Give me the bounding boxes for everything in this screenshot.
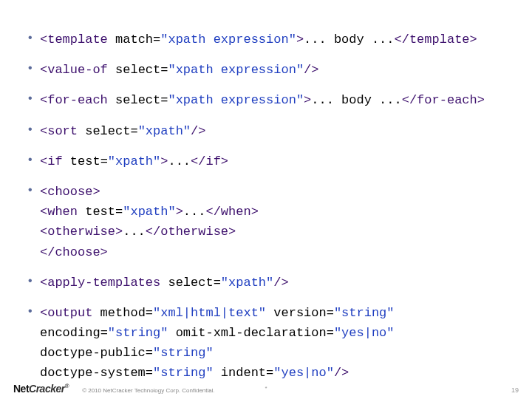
code-segment-eq: =	[327, 326, 334, 340]
code-segment-tag: </template>	[395, 33, 477, 47]
code-segment-body: ...	[183, 205, 206, 219]
code-line: <when test="xpath">...</when>	[40, 202, 510, 222]
code-segment-tag: </when>	[205, 205, 258, 219]
code-line: encoding="string" omit-xml-declaration="…	[40, 323, 510, 343]
code-segment-eq: =	[100, 326, 108, 340]
code-line: <choose>	[40, 185, 100, 199]
code-line: <value-of select="xpath expression"/>	[40, 63, 319, 77]
code-segment-tag: >	[160, 154, 168, 168]
code-segment-attr: encoding	[40, 326, 100, 340]
code-segment-val: "string"	[108, 326, 168, 340]
code-segment-eq: =	[115, 205, 123, 219]
code-segment-eq: =	[100, 154, 108, 168]
page-number: 19	[511, 386, 519, 394]
code-segment-attr: test	[63, 154, 100, 168]
code-segment-tag: </for-each>	[402, 93, 485, 107]
code-line: <for-each select="xpath expression">... …	[40, 93, 485, 107]
bullet-item: <choose><when test="xpath">...</when><ot…	[22, 182, 510, 262]
code-segment-attr: version	[266, 306, 327, 320]
code-segment-val: "string"	[334, 306, 395, 320]
code-segment-eq: =	[153, 33, 160, 47]
logo: NetCracker®	[13, 383, 69, 395]
code-segment-body: ... body ...	[304, 33, 394, 47]
bullet-item: <for-each select="xpath expression">... …	[22, 90, 510, 110]
code-segment-attr: omit-xml-declaration	[168, 326, 326, 340]
code-segment-tag: </choose>	[40, 245, 108, 259]
code-segment-tag: <apply-templates	[40, 276, 160, 290]
code-segment-eq: =	[160, 93, 168, 107]
code-segment-val: "xpath expression"	[168, 63, 304, 77]
code-segment-val: "xml|html|text"	[153, 306, 266, 320]
code-line: doctype-public="string"	[40, 343, 510, 363]
code-segment-tag: <when	[40, 205, 78, 219]
code-segment-tag: >	[304, 93, 311, 107]
code-segment-tag: </otherwise>	[146, 225, 236, 239]
code-segment-tag: >	[176, 205, 183, 219]
code-line: <otherwise>...</otherwise>	[40, 222, 510, 242]
code-segment-eq: =	[214, 276, 221, 290]
bullet-item: <sort select="xpath"/>	[22, 121, 510, 141]
code-segment-eq: =	[146, 306, 153, 320]
code-segment-attr: test	[78, 205, 115, 219]
code-segment-tag: <output	[40, 306, 92, 320]
copyright-text: © 2010 NetCracker Technology Corp. Confi…	[82, 387, 215, 394]
footer-star: *	[265, 385, 267, 392]
code-segment-tag: <for-each	[40, 93, 108, 107]
code-segment-tag: <sort	[40, 124, 78, 138]
code-line: <template match="xpath expression">... b…	[40, 33, 477, 47]
bullet-item: <if test="xpath">...</if>	[22, 151, 510, 171]
code-line: <output method="xml|html|text" version="…	[40, 306, 395, 320]
code-segment-tag: <value-of	[40, 63, 108, 77]
code-segment-eq: =	[130, 124, 137, 138]
code-segment-val: "xpath"	[123, 205, 175, 219]
code-segment-val: "yes|no"	[334, 326, 395, 340]
code-segment-val: "xpath"	[108, 154, 160, 168]
code-segment-val: "xpath"	[221, 276, 273, 290]
code-line: </choose>	[40, 242, 510, 262]
code-line: <sort select="xpath"/>	[40, 124, 205, 138]
code-segment-attr: doctype-public	[40, 346, 146, 360]
code-segment-body: ...	[168, 154, 191, 168]
code-segment-val: "xpath expression"	[160, 33, 296, 47]
code-segment-body: ... body ...	[311, 93, 401, 107]
code-segment-tag: />	[304, 63, 318, 77]
code-segment-tag: >	[296, 33, 304, 47]
code-segment-tag: <template	[40, 33, 108, 47]
code-segment-attr: select	[108, 93, 160, 107]
code-segment-eq: =	[160, 63, 168, 77]
code-segment-attr: select	[108, 63, 160, 77]
code-segment-tag: <choose>	[40, 185, 100, 199]
code-segment-tag: />	[273, 276, 288, 290]
xslt-elements-list: <template match="xpath expression">... b…	[22, 30, 510, 383]
code-segment-attr: match	[108, 33, 153, 47]
bullet-item: <value-of select="xpath expression"/>	[22, 60, 510, 80]
code-segment-body: ...	[123, 225, 146, 239]
code-segment-attr: method	[92, 306, 145, 320]
bullet-item: <template match="xpath expression">... b…	[22, 30, 510, 50]
code-segment-attr: select	[160, 276, 213, 290]
code-line: <if test="xpath">...</if>	[40, 154, 228, 168]
code-segment-tag: />	[191, 124, 205, 138]
logo-main: Net	[13, 383, 29, 395]
code-segment-val: "string"	[153, 346, 214, 360]
code-segment-attr: select	[78, 124, 130, 138]
logo-sup: ®	[65, 383, 69, 389]
code-segment-tag: <if	[40, 154, 63, 168]
logo-italic: Cracker	[29, 383, 65, 395]
code-segment-tag: <otherwise>	[40, 225, 123, 239]
bullet-item: <output method="xml|html|text" version="…	[22, 303, 510, 383]
code-segment-tag: </if>	[191, 154, 228, 168]
code-segment-val: "xpath expression"	[168, 93, 304, 107]
code-segment-eq: =	[327, 306, 334, 320]
code-line: <apply-templates select="xpath"/>	[40, 276, 289, 290]
slide-footer: NetCracker® © 2010 NetCracker Technology…	[0, 375, 532, 395]
bullet-item: <apply-templates select="xpath"/>	[22, 273, 510, 293]
code-segment-eq: =	[146, 346, 153, 360]
code-segment-val: "xpath"	[138, 124, 191, 138]
